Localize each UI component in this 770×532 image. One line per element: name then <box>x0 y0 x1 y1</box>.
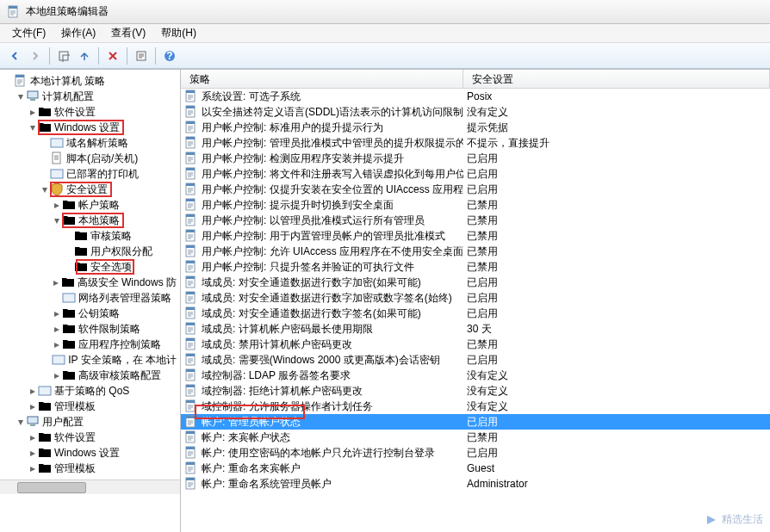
policy-name: 域成员: 需要强(Windows 2000 或更高版本)会话密钥 <box>202 353 440 368</box>
policy-row[interactable]: 域控制器: 允许服务器操作者计划任务没有定义 <box>181 399 770 414</box>
expand-arrow-icon[interactable]: ▸ <box>28 447 38 459</box>
expand-arrow-icon[interactable]: ▾ <box>52 214 62 226</box>
tree-item-security[interactable]: ▾安全设置 <box>3 182 180 197</box>
tree-item-user[interactable]: ▾用户配置 <box>3 414 180 430</box>
tree-item-admin_tpl2[interactable]: ▸管理模板 <box>3 461 180 476</box>
policy-row[interactable]: 帐户: 管理员帐户状态已启用 <box>181 414 770 430</box>
tree-item-ipsec[interactable]: IP 安全策略，在 本地计 <box>3 352 180 368</box>
tree-item-sec_options[interactable]: 安全选项 <box>3 259 180 275</box>
expand-arrow-icon[interactable]: ▾ <box>16 416 26 428</box>
policy-row[interactable]: 用户帐户控制: 检测应用程序安装并提示提升已启用 <box>181 151 770 166</box>
policy-row[interactable]: 用户帐户控制: 管理员批准模式中管理员的提升权限提示的...不提示，直接提升 <box>181 135 770 151</box>
policy-row[interactable]: 域成员: 计算机帐户密码最长使用期限30 天 <box>181 321 770 337</box>
tree-item-soft1[interactable]: ▸软件设置 <box>3 104 180 120</box>
expand-arrow-icon[interactable]: ▸ <box>52 369 62 381</box>
tree-item-user_rights[interactable]: 用户权限分配 <box>3 244 180 259</box>
horizontal-scrollbar[interactable] <box>0 479 180 494</box>
tree-item-soft2[interactable]: ▸软件设置 <box>3 430 180 445</box>
policy-row[interactable]: 帐户: 重命名来宾帐户Guest <box>181 461 770 476</box>
expand-arrow-icon[interactable]: ▸ <box>28 385 38 397</box>
col-setting[interactable]: 安全设置 <box>463 70 770 88</box>
policy-icon <box>184 415 198 429</box>
expand-arrow-icon[interactable]: ▸ <box>28 106 38 118</box>
tree-item-adv_audit[interactable]: ▸高级审核策略配置 <box>3 368 180 383</box>
policy-name: 域成员: 对安全通道数据进行数字加密(如果可能) <box>202 275 421 290</box>
expand-arrow-icon[interactable]: ▸ <box>28 462 38 474</box>
properties-button[interactable] <box>132 46 151 65</box>
tree-item-qos[interactable]: ▸基于策略的 QoS <box>3 383 180 399</box>
policy-row[interactable]: 用户帐户控制: 允许 UIAccess 应用程序在不使用安全桌面...已禁用 <box>181 244 770 259</box>
tree-item-pubkey[interactable]: ▸公钥策略 <box>3 306 180 321</box>
tree-label: 网络列表管理器策略 <box>78 291 171 306</box>
menu-view[interactable]: 查看(V) <box>104 24 152 42</box>
expand-arrow-icon[interactable]: ▸ <box>52 199 62 211</box>
tree-item-root[interactable]: 本地计算机 策略 <box>3 73 180 89</box>
expand-arrow-icon[interactable]: ▾ <box>28 121 38 133</box>
tree-item-script[interactable]: 脚本(启动/关机) <box>3 151 180 166</box>
tree-item-netlist[interactable]: 网络列表管理器策略 <box>3 290 180 306</box>
policy-row[interactable]: 系统设置: 可选子系统Posix <box>181 89 770 104</box>
policy-row[interactable]: 帐户: 来宾帐户状态已禁用 <box>181 430 770 445</box>
tree-label: 安全设置 <box>66 182 108 197</box>
tree-item-win_settings[interactable]: ▾Windows 设置 <box>3 120 180 135</box>
tree-item-dns[interactable]: 域名解析策略 <box>3 135 180 151</box>
policy-row[interactable]: 用户帐户控制: 以管理员批准模式运行所有管理员已禁用 <box>181 213 770 228</box>
menu-action[interactable]: 操作(A) <box>54 24 102 42</box>
nav-back-button[interactable] <box>5 46 24 65</box>
policy-setting: 已启用 <box>463 415 770 430</box>
policy-row[interactable]: 以安全描述符定义语言(SDDL)语法表示的计算机访问限制没有定义 <box>181 104 770 120</box>
policy-row[interactable]: 域成员: 对安全通道数据进行数字签名(如果可能)已启用 <box>181 306 770 321</box>
col-policy[interactable]: 策略 <box>181 70 463 88</box>
policy-row[interactable]: 用户帐户控制: 只提升签名并验证的可执行文件已禁用 <box>181 259 770 275</box>
tree-item-win_settings2[interactable]: ▸Windows 设置 <box>3 445 180 461</box>
help-button[interactable]: ? <box>160 46 179 65</box>
tree-item-printers[interactable]: 已部署的打印机 <box>3 166 180 182</box>
policy-row[interactable]: 用户帐户控制: 仅提升安装在安全位置的 UIAccess 应用程序已启用 <box>181 182 770 197</box>
policy-icon <box>184 477 198 491</box>
policy-row[interactable]: 域成员: 对安全通道数据进行数字加密或数字签名(始终)已启用 <box>181 290 770 306</box>
policy-setting: Administrator <box>463 478 770 490</box>
policy-row[interactable]: 帐户: 重命名系统管理员帐户Administrator <box>181 476 770 492</box>
expand-arrow-icon[interactable]: ▸ <box>52 338 62 350</box>
menu-bar: 文件(F) 操作(A) 查看(V) 帮助(H) <box>0 24 770 43</box>
expand-arrow-icon[interactable]: ▸ <box>52 307 62 319</box>
expand-arrow-icon[interactable]: ▾ <box>40 183 50 195</box>
policy-name: 帐户: 使用空密码的本地帐户只允许进行控制台登录 <box>202 446 435 461</box>
folderb-icon <box>52 353 65 367</box>
policy-row[interactable]: 用户帐户控制: 用于内置管理员帐户的管理员批准模式已禁用 <box>181 228 770 244</box>
up-button[interactable] <box>54 46 73 65</box>
tree-label: 管理模板 <box>54 399 96 414</box>
policy-row[interactable]: 帐户: 使用空密码的本地帐户只允许进行控制台登录已启用 <box>181 445 770 461</box>
policy-row[interactable]: 域控制器: 拒绝计算机帐户密码更改没有定义 <box>181 383 770 399</box>
expand-arrow-icon[interactable]: ▸ <box>28 431 38 443</box>
expand-arrow-icon[interactable]: ▸ <box>52 276 61 288</box>
expand-arrow-icon[interactable]: ▸ <box>28 400 38 412</box>
tree-item-local_policy[interactable]: ▾本地策略 <box>3 213 180 228</box>
nav-fwd-button[interactable] <box>26 46 45 65</box>
policy-name: 域控制器: 拒绝计算机帐户密码更改 <box>202 384 363 399</box>
policy-row[interactable]: 用户帐户控制: 提示提升时切换到安全桌面已禁用 <box>181 197 770 213</box>
policy-row[interactable]: 用户帐户控制: 将文件和注册表写入错误虚拟化到每用户位置已启用 <box>181 166 770 182</box>
policy-row[interactable]: 用户帐户控制: 标准用户的提升提示行为提示凭据 <box>181 120 770 135</box>
expand-arrow-icon[interactable]: ▾ <box>16 90 26 102</box>
tree-item-adv_fw[interactable]: ▸高级安全 Windows 防 <box>3 275 180 290</box>
policy-name: 用户帐户控制: 用于内置管理员帐户的管理员批准模式 <box>202 229 445 244</box>
tree-item-computer[interactable]: ▾计算机配置 <box>3 89 180 104</box>
delete-button[interactable] <box>103 46 122 65</box>
tree-label: 管理模板 <box>54 461 96 476</box>
policy-row[interactable]: 域成员: 需要强(Windows 2000 或更高版本)会话密钥已启用 <box>181 352 770 368</box>
tree-item-softrestrict[interactable]: ▸软件限制策略 <box>3 321 180 337</box>
filter-button[interactable] <box>75 46 94 65</box>
menu-file[interactable]: 文件(F) <box>5 24 53 42</box>
folder-icon <box>62 337 76 351</box>
policy-row[interactable]: 域成员: 对安全通道数据进行数字加密(如果可能)已启用 <box>181 275 770 290</box>
policy-row[interactable]: 域成员: 禁用计算机帐户密码更改已禁用 <box>181 337 770 352</box>
tree-item-admin_tpl1[interactable]: ▸管理模板 <box>3 399 180 414</box>
tree-item-audit[interactable]: 审核策略 <box>3 228 180 244</box>
menu-help[interactable]: 帮助(H) <box>154 24 203 42</box>
tree-item-appctrl[interactable]: ▸应用程序控制策略 <box>3 337 180 352</box>
expand-arrow-icon[interactable]: ▸ <box>52 323 62 335</box>
policy-row[interactable]: 域控制器: LDAP 服务器签名要求没有定义 <box>181 368 770 383</box>
tree-item-acct_policy[interactable]: ▸帐户策略 <box>3 197 180 213</box>
policy-name: 帐户: 管理员帐户状态 <box>202 415 301 430</box>
